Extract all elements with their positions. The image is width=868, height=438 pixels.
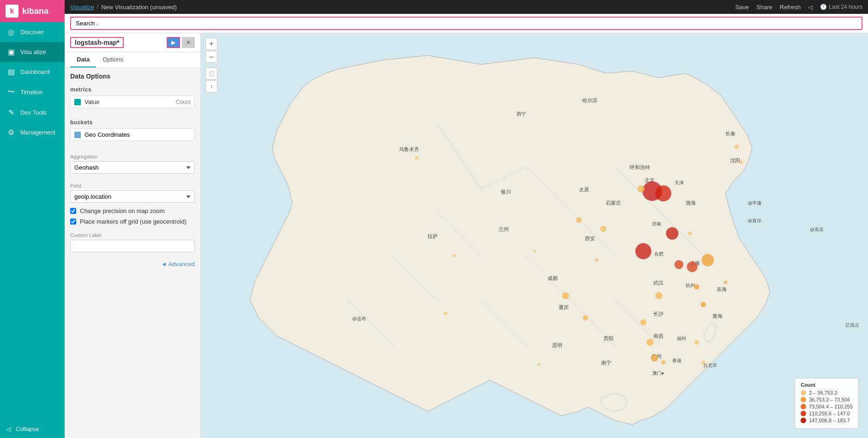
city-pingrang: @平壤 bbox=[748, 201, 762, 206]
viz-title: logstash-map* bbox=[70, 37, 124, 48]
tab-data[interactable]: Data bbox=[70, 52, 96, 67]
data-point-dot3 bbox=[453, 254, 456, 257]
city-wuhan: 武汉 bbox=[653, 280, 663, 286]
share-button[interactable]: Share bbox=[756, 4, 772, 11]
metric-value-item[interactable]: Value Count bbox=[70, 96, 195, 108]
sidebar-item-devtools[interactable]: ✎ Dev Tools bbox=[0, 103, 65, 122]
data-point-tianjin bbox=[655, 185, 671, 201]
data-point-xian bbox=[635, 243, 651, 259]
save-button[interactable]: Save bbox=[735, 4, 749, 11]
legend-item-1: 2 – 36,753.2 bbox=[801, 390, 853, 395]
breadcrumb-visualize-link[interactable]: Visualize bbox=[70, 4, 94, 11]
data-point-dot2 bbox=[444, 312, 447, 316]
data-point-dot10 bbox=[735, 145, 739, 149]
topbar-actions: Save Share Refresh ◁ 🕐 Last 24 hours bbox=[735, 4, 862, 11]
geo-coordinates-item[interactable]: Geo Coordinates bbox=[70, 128, 195, 141]
metrics-label: metrics bbox=[70, 86, 195, 93]
city-lhasa: 拉萨 bbox=[428, 233, 438, 239]
fit-bounds-button[interactable]: ⬚ bbox=[205, 67, 217, 79]
management-icon: ⚙ bbox=[6, 128, 16, 137]
map-legend: Count 2 – 36,753.2 36,753.2 – 73,504 73,… bbox=[795, 378, 859, 429]
map-area: + – ⬚ ↕ bbox=[201, 33, 868, 438]
legend-dot-2 bbox=[801, 397, 806, 402]
aggregation-section: Aggregation Geohash bbox=[65, 147, 200, 176]
close-panel-button[interactable]: ✕ bbox=[182, 37, 195, 48]
sidebar-item-label: Discover bbox=[20, 29, 44, 36]
time-range[interactable]: 🕐 Last 24 hours bbox=[820, 4, 862, 10]
sidebar-item-timelion[interactable]: 〜 Timelion bbox=[0, 82, 65, 103]
data-point-dot11 bbox=[739, 160, 743, 164]
sidebar-item-dashboard[interactable]: ▤ Dashboard bbox=[0, 62, 65, 82]
city-xining: 西宁 bbox=[517, 111, 526, 116]
data-point-shanghai bbox=[701, 254, 714, 266]
data-point-nanjing bbox=[687, 262, 698, 272]
legend-label-1: 2 – 36,753.2 bbox=[809, 390, 837, 395]
sidebar-item-visualize[interactable]: ▣ Visu alize bbox=[0, 42, 65, 62]
data-point-dot7 bbox=[688, 231, 692, 235]
viz-title-bar: logstash-map* ▶ ✕ bbox=[65, 33, 200, 52]
refresh-button[interactable]: Refresh bbox=[780, 4, 801, 11]
checkbox-markers[interactable] bbox=[70, 219, 76, 225]
city-yinchuan: 银川 bbox=[500, 189, 511, 195]
legend-item-4: 110,255.6 – 147.0 bbox=[801, 411, 853, 416]
map-controls: + – ⬚ ↕ bbox=[205, 38, 217, 92]
legend-label-4: 110,255.6 – 147.0 bbox=[809, 411, 850, 416]
data-point-wenzhou bbox=[701, 302, 706, 307]
tab-options[interactable]: Options bbox=[96, 52, 130, 67]
city-yichuan: @首尔 bbox=[748, 218, 762, 223]
time-prev-button[interactable]: ◁ bbox=[808, 4, 813, 11]
sidebar-item-discover[interactable]: ◎ Discover bbox=[0, 22, 65, 42]
collapse-icon: ◁ bbox=[6, 426, 11, 432]
city-fuzhou: 福州 bbox=[677, 336, 686, 341]
field-select[interactable]: geoip.location bbox=[70, 190, 195, 203]
custom-label-title: Custom Label bbox=[70, 232, 195, 238]
custom-label-input[interactable] bbox=[70, 240, 195, 252]
zoom-in-button[interactable]: + bbox=[205, 38, 217, 50]
collapse-button[interactable]: ◁ Collapse bbox=[0, 420, 65, 438]
app-logo[interactable]: k kibana bbox=[0, 0, 65, 22]
city-kunming: 昆明 bbox=[552, 342, 562, 348]
checkbox-markers-label: Place markers off grid (use geocentroid) bbox=[80, 218, 187, 225]
data-point-guangzhou bbox=[651, 354, 658, 361]
sidebar-item-label: Dev Tools bbox=[20, 109, 47, 116]
clock-icon: 🕐 bbox=[820, 4, 827, 10]
advanced-link[interactable]: ◄ Advanced bbox=[65, 257, 200, 271]
city-tianjin: 天津 bbox=[675, 180, 684, 185]
city-changsha: 长沙 bbox=[653, 311, 663, 316]
city-linzhi: @达布 bbox=[352, 316, 366, 321]
city-changchun: 长春 bbox=[725, 131, 735, 136]
sidebar-item-label: Dashboard bbox=[20, 68, 50, 75]
sidebar: k kibana ◎ Discover ▣ Visu alize ▤ Dashb… bbox=[0, 0, 65, 438]
zoom-out-button[interactable]: – bbox=[205, 51, 217, 63]
aggregation-select[interactable]: Geohash bbox=[70, 161, 195, 174]
collapse-label: Collapse bbox=[16, 426, 39, 432]
metric-color-indicator bbox=[74, 99, 81, 105]
sidebar-item-management[interactable]: ⚙ Management bbox=[0, 122, 65, 142]
left-panel: logstash-map* ▶ ✕ Data Options Data Opti… bbox=[65, 33, 201, 438]
city-guiyang: 贵阳 bbox=[603, 335, 614, 341]
discover-icon: ◎ bbox=[6, 28, 16, 36]
city-taiyuan: 太原 bbox=[579, 187, 589, 192]
search-input[interactable] bbox=[70, 17, 862, 30]
metric-value-label: Value bbox=[84, 98, 172, 105]
city-shenyang: 沈阳 bbox=[730, 158, 740, 163]
buckets-section: buckets Geo Coordinates bbox=[65, 115, 200, 147]
city-aomen: 澳门● bbox=[652, 371, 664, 376]
city-jinan: 济南 bbox=[652, 221, 661, 226]
toggle-panel-button[interactable]: ▶ bbox=[167, 37, 180, 48]
devtools-icon: ✎ bbox=[6, 108, 16, 117]
checkbox-markers-row: Place markers off grid (use geocentroid) bbox=[65, 216, 200, 227]
checkbox-precision[interactable] bbox=[70, 208, 76, 214]
main-content: Visualize / New Visualization (unsaved) … bbox=[65, 0, 868, 438]
draw-rectangle-button[interactable]: ↕ bbox=[205, 80, 217, 92]
checkbox-precision-row: Change precision on map zoom bbox=[65, 206, 200, 216]
city-bohai: 渤海 bbox=[686, 200, 696, 206]
legend-dot-4 bbox=[801, 411, 806, 416]
city-yiliyun: 亿迅云 bbox=[845, 322, 859, 328]
legend-label-2: 36,753.2 – 73,504 bbox=[809, 397, 850, 402]
sidebar-item-label: Timelion bbox=[20, 89, 43, 96]
city-huanghai: 黄海 bbox=[712, 313, 723, 319]
data-point-dot4 bbox=[533, 250, 536, 253]
tab-bar: Data Options bbox=[65, 52, 200, 68]
field-label: Field bbox=[70, 183, 195, 189]
